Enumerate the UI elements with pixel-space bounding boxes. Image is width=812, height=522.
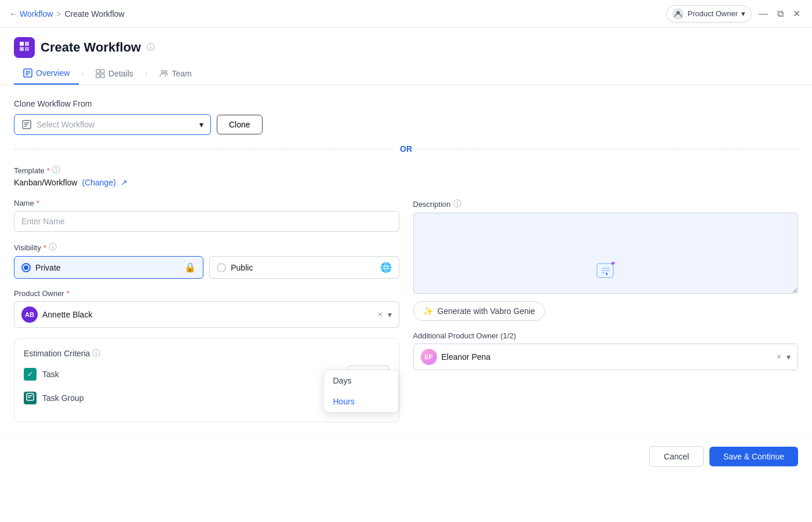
public-radio [217, 263, 226, 272]
template-change-link[interactable]: (Change) [82, 178, 115, 187]
product-owner-field[interactable]: AB Annette Black ✕ ▾ [14, 301, 399, 328]
template-required: * [47, 166, 50, 175]
select-workflow-dropdown[interactable]: Select Workflow ▾ [14, 114, 211, 135]
left-column: Name * Visibility * ⓘ Private 🔒 [14, 199, 399, 422]
or-line-left [14, 149, 393, 149]
hours-dropdown: Days Hours [323, 370, 399, 413]
additional-owner-avatar: EP [421, 349, 437, 365]
product-owner-remove-icon[interactable]: ✕ [377, 311, 383, 319]
svg-rect-19 [27, 393, 34, 400]
visibility-label-text: Visibility [14, 243, 41, 252]
template-info-icon[interactable]: ⓘ [52, 165, 60, 176]
topbar: ← Workflow > Create Workflow Product Own… [0, 0, 812, 28]
visibility-info-icon[interactable]: ⓘ [49, 242, 57, 253]
product-owner-label-text: Product Owner [14, 289, 64, 298]
svg-rect-9 [96, 70, 100, 73]
breadcrumb-separator: > [56, 9, 61, 19]
task-label: Task [42, 370, 347, 379]
template-value-text: Kanban/Workflow [14, 178, 77, 187]
template-section: Template * ⓘ Kanban/Workflow (Change) ↗ [14, 165, 798, 187]
ai-cursor-indicator: ✦ ✦ [591, 259, 620, 284]
tab-details-label: Details [108, 69, 133, 78]
description-field-group: Description ⓘ [413, 199, 799, 321]
additional-owner-field[interactable]: EP Eleanor Pena ✕ ▾ [413, 344, 799, 370]
product-owner-name: Annette Black [42, 310, 370, 319]
estimation-info-icon[interactable]: ⓘ [92, 348, 100, 359]
svg-text:✦: ✦ [612, 261, 616, 266]
private-label: Private [35, 263, 61, 272]
user-avatar-icon [672, 8, 684, 20]
dropdown-hours-option[interactable]: Hours [324, 391, 398, 412]
description-wrapper: ✦ ✦ [413, 213, 799, 295]
wand-icon: ✨ [423, 306, 433, 316]
save-continue-button[interactable]: Save & Continue [709, 447, 798, 466]
bottom-bar: Cancel Save & Continue [0, 436, 812, 476]
product-owner-avatar: AB [21, 306, 38, 323]
breadcrumb: ← Workflow > Create Workflow [9, 9, 125, 19]
right-column: Description ⓘ [413, 199, 799, 422]
product-owner-required: * [67, 289, 70, 298]
tab-overview-label: Overview [36, 68, 70, 78]
globe-icon: 🌐 [380, 262, 392, 273]
template-label-text: Template [14, 166, 45, 175]
close-button[interactable]: ✕ [791, 6, 803, 21]
or-text: OR [400, 144, 412, 154]
public-label: Public [231, 263, 253, 272]
dropdown-days-option[interactable]: Days [324, 370, 398, 391]
cancel-button[interactable]: Cancel [649, 446, 704, 467]
description-label-text: Description [413, 200, 451, 209]
svg-rect-1 [20, 42, 24, 46]
tab-team[interactable]: Team [150, 63, 201, 84]
or-divider: OR [14, 144, 798, 154]
clone-button[interactable]: Clone [217, 115, 263, 134]
estimation-title-text: Estimation Criteria [24, 349, 90, 358]
clone-row: Select Workflow ▾ Clone [14, 114, 798, 135]
tab-nav: Overview › Details › Team [0, 63, 812, 85]
page-title: Create Workflow [41, 40, 141, 55]
svg-rect-3 [20, 47, 24, 51]
svg-rect-4 [25, 47, 29, 51]
description-info-icon[interactable]: ⓘ [453, 199, 461, 209]
visibility-field-group: Visibility * ⓘ Private 🔒 Public 🌐 [14, 242, 399, 279]
additional-owner-field-group: Additional Product Owner (1/2) EP Eleano… [413, 331, 799, 370]
two-col-layout: Name * Visibility * ⓘ Private 🔒 [14, 199, 798, 422]
breadcrumb-current: Create Workflow [65, 9, 125, 19]
name-input[interactable] [14, 211, 399, 232]
svg-rect-11 [96, 74, 100, 78]
template-ext-link-icon[interactable]: ↗ [121, 178, 128, 187]
visibility-required: * [43, 243, 46, 252]
name-field-group: Name * [14, 199, 399, 232]
clone-section-label: Clone Workflow From [14, 99, 798, 108]
name-label-text: Name [14, 199, 34, 207]
visibility-options: Private 🔒 Public 🌐 [14, 256, 399, 279]
svg-point-14 [165, 71, 167, 73]
user-menu[interactable]: Product Owner ▾ [666, 5, 752, 23]
back-link[interactable]: ← Workflow [9, 9, 53, 19]
visibility-public-option[interactable]: Public 🌐 [209, 256, 399, 279]
minimize-button[interactable]: — [756, 6, 770, 21]
tab-details[interactable]: Details [86, 63, 143, 84]
tab-overview[interactable]: Overview [14, 63, 79, 85]
svg-rect-12 [101, 74, 104, 78]
svg-rect-2 [25, 42, 29, 46]
taskgroup-label: Task Group [42, 393, 342, 403]
user-label: Product Owner [687, 9, 738, 18]
main-content: Clone Workflow From Select Workflow ▾ Cl… [0, 85, 812, 436]
product-owner-chevron-icon: ▾ [388, 310, 392, 319]
app-icon [14, 37, 35, 58]
generate-btn-label: Generate with Vabro Genie [438, 306, 536, 316]
additional-owner-remove-icon[interactable]: ✕ [776, 353, 782, 361]
visibility-private-option[interactable]: Private 🔒 [14, 256, 203, 279]
estimation-criteria-box: Estimation Criteria ⓘ ✓ Task Hours ▾ [14, 338, 399, 422]
restore-button[interactable]: ⧉ [775, 6, 786, 21]
additional-owner-chevron-icon: ▾ [786, 352, 791, 362]
additional-owner-label-text: Additional Product Owner (1/2) [413, 331, 516, 340]
generate-genie-button[interactable]: ✨ Generate with Vabro Genie [413, 301, 545, 321]
page-header: Create Workflow ⓘ [0, 28, 812, 58]
page-title-info-icon[interactable]: ⓘ [147, 42, 155, 53]
task-check-icon: ✓ [24, 368, 37, 381]
select-workflow-chevron-icon: ▾ [199, 120, 203, 129]
or-line-right [419, 149, 798, 149]
topbar-actions: Product Owner ▾ — ⧉ ✕ [666, 5, 803, 23]
name-required: * [37, 199, 39, 207]
